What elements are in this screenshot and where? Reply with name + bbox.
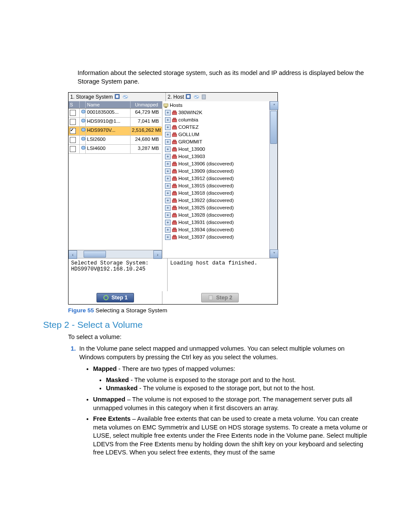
host-tree-item[interactable]: +GOLLUM: [163, 131, 268, 138]
host-icon: [172, 132, 177, 137]
expand-icon[interactable]: +: [165, 205, 171, 211]
expand-icon[interactable]: +: [165, 161, 171, 167]
host-label: Host_13928 (discovered): [178, 212, 234, 219]
host-icon: [172, 162, 177, 167]
host-tree-item[interactable]: +Host_13903: [163, 153, 268, 160]
expand-icon[interactable]: +: [165, 227, 171, 233]
select-volume-intro: To select a volume:: [68, 333, 368, 340]
svg-rect-29: [173, 155, 176, 156]
expand-icon[interactable]: +: [165, 190, 171, 196]
expand-icon[interactable]: +: [165, 220, 171, 225]
svg-rect-8: [202, 95, 206, 99]
scroll-left-button[interactable]: ‹: [68, 250, 77, 259]
host-tree-item[interactable]: +380WIN2K: [163, 109, 268, 116]
row-name: LSI2600: [86, 136, 131, 145]
host-icon: [172, 227, 177, 233]
scroll-down-button[interactable]: ˅: [270, 249, 278, 258]
section-1-label: 1. Storage System: [70, 94, 113, 100]
svg-rect-15: [165, 107, 167, 108]
host-tree-item[interactable]: +CORTEZ: [163, 124, 268, 131]
glossary-icon[interactable]: [201, 94, 207, 100]
row-unmapped: 24,680 MB: [131, 136, 161, 145]
host-label: Host_13922 (discovered): [178, 197, 234, 204]
host-label: 380WIN2K: [178, 109, 202, 116]
host-label: GOLLUM: [178, 131, 199, 138]
col-header-icon[interactable]: [80, 101, 86, 108]
expand-icon[interactable]: +: [165, 234, 171, 240]
scroll-right-button[interactable]: ›: [153, 250, 162, 259]
col-header-name[interactable]: Name: [86, 101, 131, 108]
horizontal-scrollbar[interactable]: ‹ ›: [68, 250, 162, 258]
svg-rect-51: [173, 235, 176, 236]
expand-icon[interactable]: +: [165, 176, 171, 181]
svg-rect-21: [173, 125, 176, 127]
svg-rect-33: [173, 169, 176, 171]
expand-icon[interactable]: +: [165, 168, 171, 174]
host-label: Host_13906 (discovered): [178, 160, 234, 168]
host-label: Host_13931 (discovered): [178, 219, 234, 226]
row-checkbox[interactable]: [70, 110, 76, 116]
expand-icon[interactable]: +: [165, 117, 171, 123]
host-tree-item[interactable]: +Host_13928 (discovered): [163, 212, 268, 219]
host-tree-item[interactable]: +Host_13900: [163, 146, 268, 153]
expand-icon[interactable]: +: [165, 212, 171, 218]
svg-rect-26: [172, 149, 177, 151]
filter-icon[interactable]: [186, 94, 192, 100]
host-tree-item[interactable]: +Host_13937 (discovered): [163, 233, 268, 241]
table-row[interactable]: LSI46003,287 MB: [68, 145, 162, 154]
scroll-thumb[interactable]: [270, 111, 277, 144]
svg-rect-5: [187, 95, 190, 98]
expand-icon[interactable]: +: [165, 132, 171, 137]
host-label: Host_13915 (discovered): [178, 182, 234, 190]
table-row[interactable]: LSI260024,680 MB: [68, 136, 162, 145]
row-checkbox[interactable]: [70, 137, 76, 143]
vertical-scrollbar[interactable]: ˄ ˅: [269, 101, 277, 258]
expand-icon[interactable]: +: [165, 139, 171, 145]
host-tree-item[interactable]: +columbia: [163, 116, 268, 124]
scroll-up-button[interactable]: ˄: [270, 101, 278, 110]
svg-rect-46: [172, 222, 177, 224]
svg-rect-37: [173, 184, 176, 185]
row-checkbox[interactable]: [70, 146, 76, 152]
step-1-button[interactable]: Step 1: [97, 293, 134, 302]
expand-icon[interactable]: +: [165, 124, 171, 130]
table-row[interactable]: HDS9910@1...7,041 MB: [68, 118, 162, 127]
expand-icon[interactable]: +: [165, 183, 171, 189]
col-header-select[interactable]: S: [68, 101, 80, 108]
expand-icon[interactable]: +: [165, 146, 171, 152]
host-icon: [172, 169, 177, 174]
figure-caption: Figure 55 Selecting a Storage System: [68, 307, 368, 314]
row-checkbox[interactable]: [70, 119, 76, 125]
row-name: 0001835005...: [86, 109, 131, 118]
host-tree-item[interactable]: +Host_13915 (discovered): [163, 182, 268, 190]
filter-icon[interactable]: [115, 94, 121, 100]
host-tree-item[interactable]: +Host_13934 (discovered): [163, 226, 268, 233]
host-tree-item[interactable]: +Host_13912 (discovered): [163, 175, 268, 182]
scroll-thumb[interactable]: [84, 251, 106, 258]
host-tree-item[interactable]: +Host_13931 (discovered): [163, 219, 268, 226]
step-2-button[interactable]: Step 2: [201, 293, 239, 302]
svg-rect-40: [172, 200, 177, 202]
expand-icon[interactable]: +: [165, 154, 171, 159]
intro-paragraph: Information about the selected storage s…: [78, 69, 368, 86]
expand-icon[interactable]: +: [165, 110, 171, 115]
host-tree-item[interactable]: +Host_13906 (discovered): [163, 160, 268, 168]
svg-rect-22: [172, 134, 177, 137]
clear-icon[interactable]: [122, 94, 128, 100]
table-row[interactable]: HDS9970V...2,516,262 MB: [68, 127, 162, 136]
mapped-item: Mapped - There are two types of mapped v…: [93, 365, 368, 393]
row-checkbox[interactable]: [70, 128, 76, 134]
col-header-unmapped[interactable]: Unmapped: [131, 101, 161, 108]
masked-item: Masked - The volume is exposed to the st…: [106, 376, 368, 385]
host-tree-item[interactable]: +Host_13922 (discovered): [163, 197, 268, 204]
host-label: columbia: [178, 116, 198, 124]
host-tree-item[interactable]: +GROMMIT: [163, 138, 268, 146]
expand-icon[interactable]: +: [165, 198, 171, 203]
host-tree-item[interactable]: +Host_13925 (discovered): [163, 204, 268, 212]
host-tree-item[interactable]: +Host_13918 (discovered): [163, 190, 268, 197]
hosts-root-label[interactable]: Hosts: [170, 102, 182, 109]
svg-rect-43: [173, 206, 176, 207]
clear-icon[interactable]: [193, 94, 199, 100]
table-row[interactable]: 0001835005...64,729 MB: [68, 109, 162, 118]
host-tree-item[interactable]: +Host_13909 (discovered): [163, 168, 268, 175]
